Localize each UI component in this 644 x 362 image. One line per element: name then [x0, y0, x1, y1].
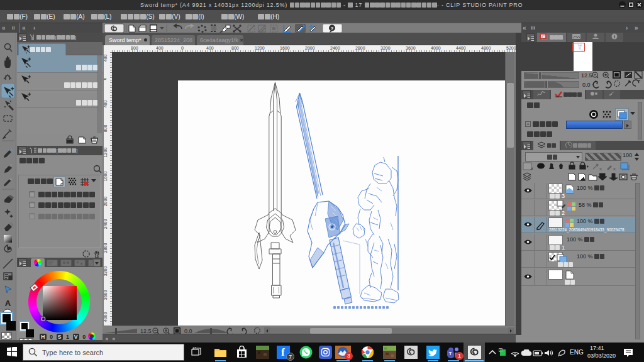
svg-text:0.0: 0.0 [582, 82, 591, 88]
svg-text:T: T [449, 351, 452, 356]
svg-text:A: A [5, 299, 11, 308]
svg-text:i: i [614, 35, 615, 39]
svg-text:?: ? [331, 26, 334, 31]
svg-text:12.5: 12.5 [581, 72, 592, 79]
